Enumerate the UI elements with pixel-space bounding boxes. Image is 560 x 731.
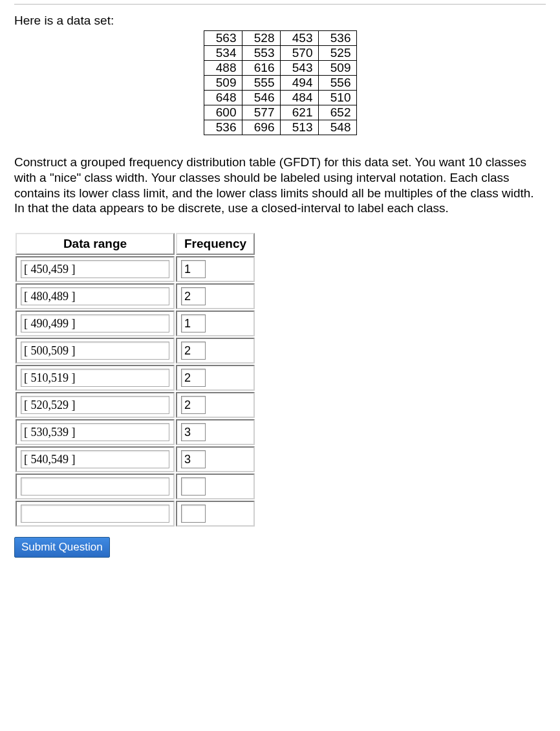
data-cell: 553 bbox=[242, 46, 280, 61]
data-range-input[interactable] bbox=[21, 314, 169, 333]
gfdt-range-cell bbox=[16, 256, 175, 282]
frequency-input[interactable] bbox=[181, 369, 206, 387]
data-cell: 563 bbox=[204, 31, 242, 46]
data-cell: 556 bbox=[318, 76, 356, 91]
gfdt-freq-cell bbox=[176, 365, 255, 391]
gfdt-freq-cell bbox=[176, 501, 255, 527]
data-cell: 525 bbox=[318, 46, 356, 61]
gfdt-range-cell bbox=[16, 419, 175, 445]
gfdt-freq-cell bbox=[176, 256, 255, 282]
data-cell: 696 bbox=[242, 120, 280, 135]
gfdt-range-cell bbox=[16, 446, 175, 472]
data-cell: 648 bbox=[204, 91, 242, 105]
gfdt-freq-cell bbox=[176, 283, 255, 309]
data-cell: 510 bbox=[318, 91, 356, 105]
data-cell: 534 bbox=[204, 46, 242, 61]
gfdt-freq-cell bbox=[176, 446, 255, 472]
data-cell: 528 bbox=[242, 31, 280, 46]
gfdt-header-freq: Frequency bbox=[176, 233, 255, 255]
gfdt-row bbox=[16, 419, 255, 445]
gfdt-row bbox=[16, 283, 255, 309]
data-cell: 555 bbox=[242, 76, 280, 91]
data-cell: 509 bbox=[318, 61, 356, 76]
gfdt-range-cell bbox=[16, 501, 175, 527]
intro-text: Here is a data set: bbox=[14, 14, 546, 28]
data-range-input[interactable] bbox=[21, 260, 169, 278]
frequency-input[interactable] bbox=[181, 396, 206, 414]
frequency-input[interactable] bbox=[181, 260, 206, 278]
gfdt-freq-cell bbox=[176, 311, 255, 336]
gfdt-row bbox=[16, 474, 255, 499]
data-cell: 536 bbox=[318, 31, 356, 46]
gfdt-range-cell bbox=[16, 392, 175, 418]
data-range-input[interactable] bbox=[21, 287, 169, 305]
gfdt-row bbox=[16, 256, 255, 282]
data-cell: 577 bbox=[242, 105, 280, 120]
gfdt-freq-cell bbox=[176, 474, 255, 499]
frequency-input[interactable] bbox=[181, 314, 206, 333]
gfdt-range-cell bbox=[16, 338, 175, 364]
gfdt-table: Data range Frequency bbox=[14, 232, 256, 528]
data-cell: 616 bbox=[242, 61, 280, 76]
data-cell: 509 bbox=[204, 76, 242, 91]
data-cell: 494 bbox=[280, 76, 318, 91]
gfdt-header-range: Data range bbox=[16, 233, 175, 255]
data-cell: 484 bbox=[280, 91, 318, 105]
data-cell: 488 bbox=[204, 61, 242, 76]
data-cell: 548 bbox=[318, 120, 356, 135]
submit-question-button[interactable]: Submit Question bbox=[14, 537, 110, 558]
gfdt-range-cell bbox=[16, 311, 175, 336]
frequency-input[interactable] bbox=[181, 342, 206, 360]
gfdt-row bbox=[16, 392, 255, 418]
instructions-text: Construct a grouped frequency distributi… bbox=[14, 155, 546, 216]
data-cell: 453 bbox=[280, 31, 318, 46]
gfdt-range-cell bbox=[16, 283, 175, 309]
top-divider bbox=[14, 4, 546, 5]
data-range-input[interactable] bbox=[21, 423, 169, 441]
data-cell: 513 bbox=[280, 120, 318, 135]
gfdt-range-cell bbox=[16, 474, 175, 499]
gfdt-freq-cell bbox=[176, 392, 255, 418]
data-range-input[interactable] bbox=[21, 369, 169, 387]
data-set-table: 5635284535365345535705254886165435095095… bbox=[204, 30, 357, 135]
data-cell: 570 bbox=[280, 46, 318, 61]
frequency-input[interactable] bbox=[181, 505, 206, 523]
gfdt-row bbox=[16, 365, 255, 391]
frequency-input[interactable] bbox=[181, 477, 206, 496]
frequency-input[interactable] bbox=[181, 423, 206, 441]
gfdt-freq-cell bbox=[176, 419, 255, 445]
frequency-input[interactable] bbox=[181, 287, 206, 305]
gfdt-row bbox=[16, 446, 255, 472]
data-range-input[interactable] bbox=[21, 505, 169, 523]
data-range-input[interactable] bbox=[21, 450, 169, 468]
data-cell: 543 bbox=[280, 61, 318, 76]
data-cell: 536 bbox=[204, 120, 242, 135]
gfdt-row bbox=[16, 311, 255, 336]
data-cell: 600 bbox=[204, 105, 242, 120]
data-range-input[interactable] bbox=[21, 477, 169, 496]
data-cell: 546 bbox=[242, 91, 280, 105]
gfdt-range-cell bbox=[16, 365, 175, 391]
frequency-input[interactable] bbox=[181, 450, 206, 468]
gfdt-freq-cell bbox=[176, 338, 255, 364]
data-cell: 652 bbox=[318, 105, 356, 120]
data-range-input[interactable] bbox=[21, 396, 169, 414]
gfdt-row bbox=[16, 501, 255, 527]
data-range-input[interactable] bbox=[21, 342, 169, 360]
gfdt-row bbox=[16, 338, 255, 364]
data-cell: 621 bbox=[280, 105, 318, 120]
